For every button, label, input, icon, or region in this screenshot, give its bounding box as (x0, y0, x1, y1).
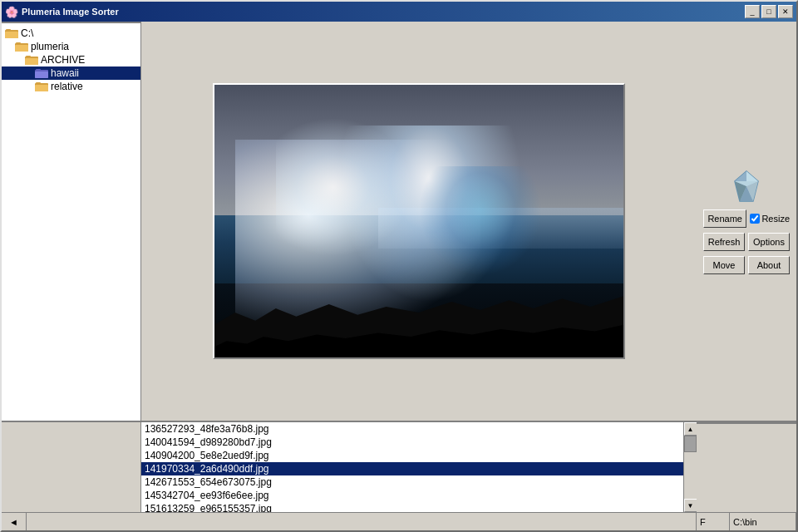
right-panel: Rename Resize Refresh Options Move About (697, 22, 796, 421)
app-icon: 🌸 (5, 6, 18, 18)
folder-icon-plumeria (15, 42, 28, 52)
scroll-thumb[interactable] (684, 436, 697, 452)
svg-rect-14 (36, 82, 41, 85)
folder-icon-hawaii (35, 68, 48, 79)
folder-tree: C:\ plumeria ARCHIVE (2, 22, 141, 421)
file-item-3[interactable]: 141970334_2a6d490ddf.jpg (141, 462, 683, 475)
file-item-1[interactable]: 140041594_d989280bd7.jpg (141, 436, 683, 449)
file-list-scrollbar[interactable]: ▲ ▼ (683, 422, 697, 512)
gem-svg (730, 170, 763, 203)
app-title: Plumeria Image Sorter (22, 7, 119, 17)
file-list[interactable]: 136527293_48fe3a76b8.jpg 140041594_d9892… (141, 422, 683, 512)
refresh-button[interactable]: Refresh (703, 233, 745, 251)
svg-rect-2 (6, 29, 11, 32)
maximize-button[interactable]: □ (761, 5, 776, 18)
scroll-up-button[interactable]: ▲ (684, 422, 697, 436)
status-path: C:\bin (730, 513, 796, 530)
tree-item-hawaii[interactable]: hawaii (2, 66, 140, 80)
about-button[interactable]: About (748, 256, 790, 274)
folder-icon-relative (35, 81, 48, 92)
tree-item-relative[interactable]: relative (2, 80, 140, 93)
status-arrow[interactable]: ◄ (2, 513, 27, 530)
scroll-track[interactable] (684, 436, 697, 499)
status-bar: ◄ F C:\bin (2, 512, 796, 530)
svg-rect-11 (36, 69, 41, 71)
drive-icon (5, 28, 18, 39)
tree-item-plumeria[interactable]: plumeria (2, 40, 140, 53)
file-list-left-spacer (2, 422, 141, 512)
file-item-4[interactable]: 142671553_654e673075.jpg (141, 475, 683, 489)
rename-resize-row: Rename Resize (703, 209, 790, 228)
svg-rect-13 (35, 85, 48, 91)
status-message (27, 513, 697, 530)
image-display (213, 83, 625, 359)
scroll-down-button[interactable]: ▼ (684, 499, 697, 512)
tree-label-relative: relative (51, 81, 83, 92)
wave-image (214, 85, 623, 357)
tree-label-archive: ARCHIVE (41, 54, 85, 66)
svg-rect-8 (26, 56, 31, 58)
svg-rect-7 (25, 58, 38, 65)
center-area (141, 22, 697, 421)
close-button[interactable]: ✕ (778, 5, 793, 18)
resize-label: Resize (761, 214, 790, 224)
status-arrow-label: ◄ (9, 517, 18, 527)
file-item-6[interactable]: 151613259_e965155357.jpg (141, 502, 683, 512)
tree-item-c[interactable]: C:\ (2, 27, 140, 40)
app-gem-icon (728, 168, 765, 204)
title-bar-left: 🌸 Plumeria Image Sorter (5, 6, 119, 18)
svg-rect-4 (15, 45, 28, 52)
title-controls: _ □ ✕ (745, 5, 793, 18)
title-bar: 🌸 Plumeria Image Sorter _ □ ✕ (2, 2, 796, 22)
right-bottom-panel (697, 422, 796, 512)
file-item-5[interactable]: 145342704_ee93f6e6ee.jpg (141, 489, 683, 502)
main-content: C:\ plumeria ARCHIVE (2, 22, 796, 421)
bottom-section: 136527293_48fe3a76b8.jpg 140041594_d9892… (2, 421, 796, 512)
resize-checkbox[interactable] (750, 214, 760, 224)
tree-label-plumeria: plumeria (31, 41, 69, 52)
refresh-options-row: Refresh Options (703, 233, 790, 251)
minimize-button[interactable]: _ (745, 5, 760, 18)
tree-label-c: C:\ (21, 27, 33, 39)
status-key: F (697, 513, 730, 530)
options-button[interactable]: Options (748, 233, 790, 251)
resize-checkbox-row: Resize (750, 214, 790, 224)
tree-item-archive[interactable]: ARCHIVE (2, 53, 140, 66)
folder-icon-archive (25, 55, 38, 66)
svg-rect-5 (16, 42, 21, 45)
move-about-row: Move About (703, 256, 790, 274)
main-window: 🌸 Plumeria Image Sorter _ □ ✕ C:\ (0, 0, 798, 532)
rename-button[interactable]: Rename (703, 209, 746, 228)
svg-rect-1 (5, 32, 18, 38)
file-item-2[interactable]: 140904200_5e8e2ued9f.jpg (141, 449, 683, 462)
file-item-0[interactable]: 136527293_48fe3a76b8.jpg (141, 422, 683, 436)
tree-label-hawaii: hawaii (51, 67, 79, 79)
move-button[interactable]: Move (703, 256, 745, 274)
svg-rect-10 (35, 71, 48, 78)
